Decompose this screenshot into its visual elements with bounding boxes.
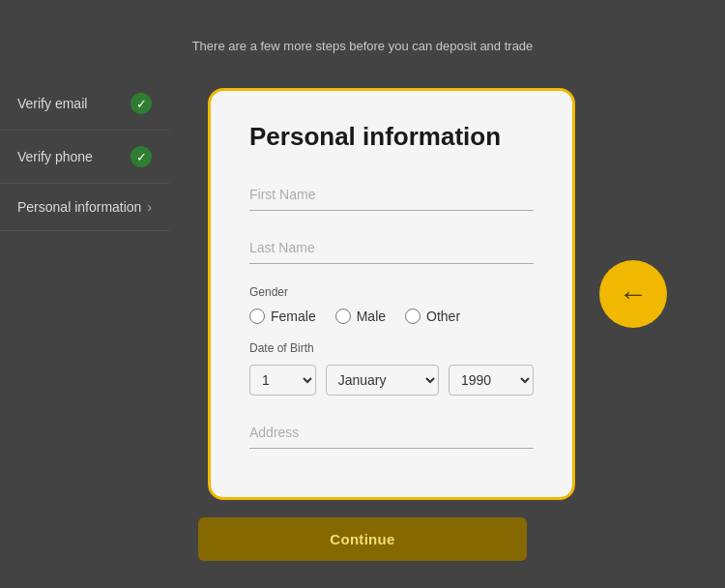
- sidebar-item-personal-info[interactable]: Personal information ›: [0, 184, 169, 231]
- dob-year-select[interactable]: 1990 1989 1988 1987 1991 1992 1993 1994 …: [449, 365, 534, 396]
- sidebar-label-verify-email: Verify email: [17, 96, 87, 111]
- gender-label: Gender: [249, 285, 534, 299]
- gender-section: Gender Female Male Other: [249, 285, 534, 324]
- back-button[interactable]: ←: [599, 260, 667, 328]
- dob-month-select[interactable]: January February March April May June Ju…: [326, 365, 439, 396]
- gender-male-label: Male: [357, 309, 386, 324]
- sidebar-label-verify-phone: Verify phone: [17, 149, 93, 164]
- address-input[interactable]: [249, 417, 534, 449]
- radio-male[interactable]: [335, 309, 351, 324]
- gender-radio-group: Female Male Other: [249, 309, 534, 324]
- check-icon-phone: ✓: [130, 146, 152, 167]
- gender-option-other[interactable]: Other: [405, 309, 460, 324]
- gender-option-male[interactable]: Male: [335, 309, 386, 324]
- dob-label: Date of Birth: [249, 341, 534, 355]
- dob-day-select[interactable]: 1 2 3 4 5 6 7 8 9 10 11 12 13 14 15 16 1…: [249, 365, 316, 396]
- modal-title: Personal information: [249, 122, 534, 152]
- sidebar-label-personal-info: Personal information: [17, 199, 141, 215]
- sidebar-item-verify-phone[interactable]: Verify phone ✓: [0, 131, 169, 184]
- dob-section: Date of Birth 1 2 3 4 5 6 7 8 9 10 11 12…: [249, 341, 534, 396]
- back-arrow-icon: ←: [619, 279, 648, 309]
- check-icon-email: ✓: [130, 93, 152, 114]
- radio-female[interactable]: [249, 309, 265, 324]
- personal-info-modal: Personal information Gender Female Male …: [208, 88, 575, 500]
- gender-other-label: Other: [426, 309, 460, 324]
- top-hint-text: There are a few more steps before you ca…: [192, 39, 534, 53]
- radio-other[interactable]: [405, 309, 420, 324]
- sidebar-item-verify-email[interactable]: Verify email ✓: [0, 77, 169, 131]
- dob-selects: 1 2 3 4 5 6 7 8 9 10 11 12 13 14 15 16 1…: [249, 365, 534, 396]
- gender-female-label: Female: [271, 309, 316, 324]
- chevron-right-icon: ›: [147, 199, 152, 215]
- first-name-input[interactable]: [249, 179, 534, 211]
- continue-button[interactable]: Continue: [198, 517, 527, 561]
- gender-option-female[interactable]: Female: [249, 309, 316, 324]
- last-name-input[interactable]: [249, 232, 534, 264]
- sidebar: Verify email ✓ Verify phone ✓ Personal i…: [0, 77, 169, 231]
